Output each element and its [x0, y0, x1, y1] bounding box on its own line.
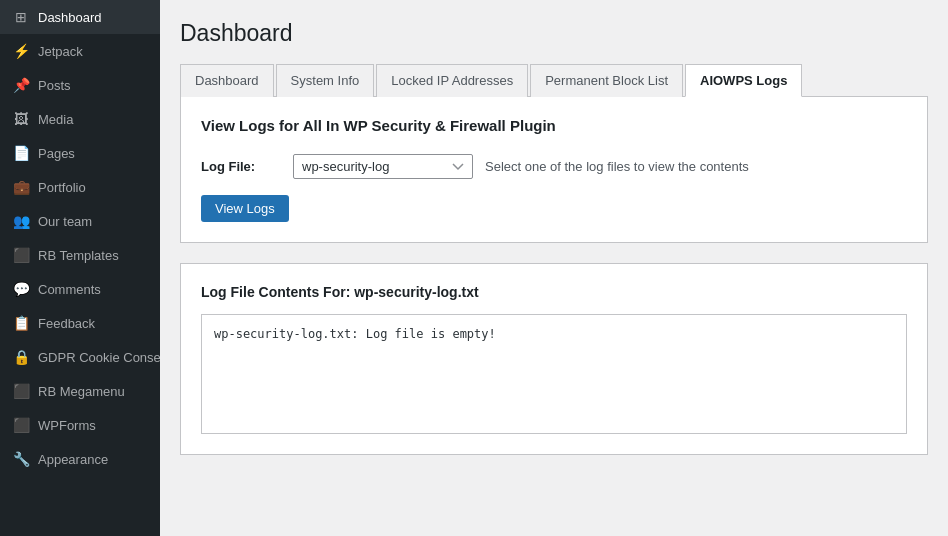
sidebar-item-label: Pages — [38, 146, 75, 161]
dashboard-icon: ⊞ — [12, 8, 30, 26]
tab-dashboard[interactable]: Dashboard — [180, 64, 274, 97]
sidebar-item-label: WPForms — [38, 418, 96, 433]
appearance-icon: 🔧 — [12, 450, 30, 468]
log-contents-title: Log File Contents For: wp-security-log.t… — [201, 284, 907, 300]
pages-icon: 📄 — [12, 144, 30, 162]
select-hint: Select one of the log files to view the … — [485, 159, 749, 174]
sidebar-item-label: Jetpack — [38, 44, 83, 59]
sidebar-item-appearance[interactable]: 🔧 Appearance — [0, 442, 160, 476]
tab-system-info[interactable]: System Info — [276, 64, 375, 97]
sidebar: ⊞ Dashboard ⚡ Jetpack 📌 Posts 🖼 Media 📄 … — [0, 0, 160, 536]
media-icon: 🖼 — [12, 110, 30, 128]
sidebar-item-gdpr[interactable]: 🔒 GDPR Cookie Consent — [0, 340, 160, 374]
sidebar-item-media[interactable]: 🖼 Media — [0, 102, 160, 136]
sidebar-item-label: Dashboard — [38, 10, 102, 25]
log-file-label: Log File: — [201, 159, 281, 174]
feedback-icon: 📋 — [12, 314, 30, 332]
sidebar-item-portfolio[interactable]: 💼 Portfolio — [0, 170, 160, 204]
sidebar-item-wpforms[interactable]: ⬛ WPForms — [0, 408, 160, 442]
sidebar-item-label: Our team — [38, 214, 92, 229]
gdpr-icon: 🔒 — [12, 348, 30, 366]
sidebar-item-ourteam[interactable]: 👥 Our team — [0, 204, 160, 238]
jetpack-icon: ⚡ — [12, 42, 30, 60]
page-title: Dashboard — [180, 20, 928, 47]
posts-icon: 📌 — [12, 76, 30, 94]
sidebar-item-posts[interactable]: 📌 Posts — [0, 68, 160, 102]
tab-block-list[interactable]: Permanent Block List — [530, 64, 683, 97]
tab-aiowps-logs[interactable]: AIOWPS Logs — [685, 64, 802, 97]
sidebar-item-dashboard[interactable]: ⊞ Dashboard — [0, 0, 160, 34]
view-logs-button[interactable]: View Logs — [201, 195, 289, 222]
log-contents-card: Log File Contents For: wp-security-log.t… — [180, 263, 928, 455]
sidebar-item-jetpack[interactable]: ⚡ Jetpack — [0, 34, 160, 68]
sidebar-item-rbtemplates[interactable]: ⬛ RB Templates — [0, 238, 160, 272]
sidebar-item-label: Comments — [38, 282, 101, 297]
sidebar-item-label: RB Megamenu — [38, 384, 125, 399]
main-content: Dashboard Dashboard System Info Locked I… — [160, 0, 948, 536]
sidebar-item-label: Feedback — [38, 316, 95, 331]
portfolio-icon: 💼 — [12, 178, 30, 196]
sidebar-item-comments[interactable]: 💬 Comments — [0, 272, 160, 306]
sidebar-item-label: Posts — [38, 78, 71, 93]
sidebar-item-label: RB Templates — [38, 248, 119, 263]
log-file-row: Log File: wp-security-log Select one of … — [201, 154, 907, 179]
sidebar-item-pages[interactable]: 📄 Pages — [0, 136, 160, 170]
comments-icon: 💬 — [12, 280, 30, 298]
tab-locked-ip[interactable]: Locked IP Addresses — [376, 64, 528, 97]
sidebar-item-label: Media — [38, 112, 73, 127]
sidebar-item-label: Appearance — [38, 452, 108, 467]
rbtemplates-icon: ⬛ — [12, 246, 30, 264]
log-content-area: wp-security-log.txt: Log file is empty! — [201, 314, 907, 434]
wpforms-icon: ⬛ — [12, 416, 30, 434]
sidebar-item-feedback[interactable]: 📋 Feedback — [0, 306, 160, 340]
ourteam-icon: 👥 — [12, 212, 30, 230]
sidebar-item-label: GDPR Cookie Consent — [38, 350, 160, 365]
log-file-select[interactable]: wp-security-log — [293, 154, 473, 179]
view-logs-card: View Logs for All In WP Security & Firew… — [180, 97, 928, 243]
sidebar-item-label: Portfolio — [38, 180, 86, 195]
rbmegamenu-icon: ⬛ — [12, 382, 30, 400]
tab-bar: Dashboard System Info Locked IP Addresse… — [180, 63, 928, 97]
view-logs-card-title: View Logs for All In WP Security & Firew… — [201, 117, 907, 134]
sidebar-item-rbmegamenu[interactable]: ⬛ RB Megamenu — [0, 374, 160, 408]
